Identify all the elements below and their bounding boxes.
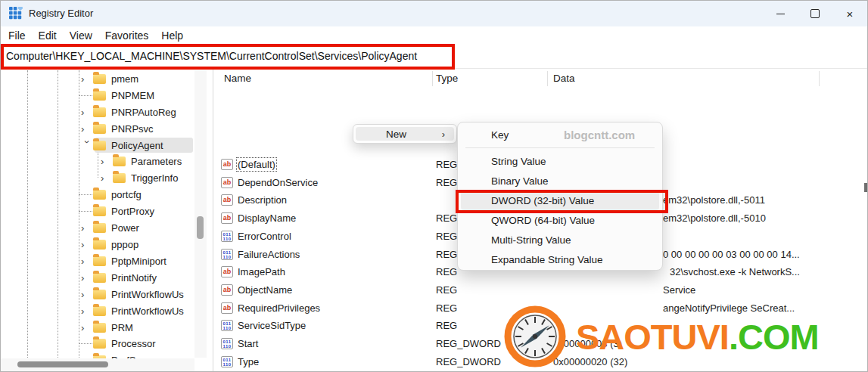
menu-item-new[interactable]: New: [356, 127, 454, 141]
tree-item-pnrpsvc[interactable]: PNRPsvc: [1, 120, 194, 137]
column-divider[interactable]: [819, 71, 820, 86]
watermark-text: blogcntt.com: [564, 129, 635, 141]
menu-view[interactable]: View: [70, 29, 92, 42]
site-logo: SAOTUVI.COM: [503, 305, 819, 368]
folder-icon: [93, 256, 106, 266]
folder-icon: [93, 273, 106, 283]
chevron-right-icon[interactable]: [81, 223, 93, 233]
address-annotation-box: [1, 44, 455, 70]
menu-separator: [465, 147, 655, 148]
dword-value-icon: [221, 356, 233, 367]
window-title: Registry Editor: [29, 8, 93, 19]
menu-item-expandable-string-value[interactable]: Expandable String Value: [461, 250, 659, 269]
folder-icon: [93, 124, 106, 134]
folder-icon: [93, 74, 106, 84]
string-value-icon: [221, 284, 233, 296]
submenu-arrow-icon: [442, 129, 445, 140]
chevron-right-icon[interactable]: [81, 124, 93, 134]
folder-icon: [113, 157, 126, 166]
chevron-right-icon[interactable]: [81, 290, 93, 299]
string-value-icon: [221, 266, 233, 277]
tree-item-printnotify[interactable]: PrintNotify: [1, 269, 194, 286]
key-tree-pane: pmem PNPMEM PNRPAutoReg PNRPsvc PolicyAg…: [1, 69, 213, 371]
tree-item-prm[interactable]: PRM: [1, 319, 194, 336]
close-icon: ×: [847, 8, 854, 20]
menu-bar: File Edit View Favorites Help: [1, 26, 867, 44]
folder-icon: [93, 240, 106, 250]
registry-app-icon: [9, 7, 23, 23]
tree-vertical-scrollbar[interactable]: [194, 70, 207, 358]
column-divider[interactable]: [432, 71, 433, 86]
tree-item-pnrpautoreg[interactable]: PNRPAutoReg: [1, 104, 194, 120]
maximize-icon: [810, 9, 820, 18]
chevron-right-icon[interactable]: [101, 157, 113, 166]
folder-icon: [93, 323, 106, 333]
string-value-icon: [221, 212, 233, 224]
string-value-icon: [221, 159, 233, 170]
folder-icon: [93, 290, 106, 299]
chevron-right-icon[interactable]: [101, 173, 113, 183]
column-divider[interactable]: [547, 71, 548, 86]
context-menu: New: [353, 124, 457, 144]
folder-icon: [113, 173, 126, 183]
logo-tld: .COM: [729, 317, 819, 357]
close-button[interactable]: ×: [832, 1, 867, 26]
tree-item-processor[interactable]: Processor: [1, 335, 194, 352]
tree-item-pmem[interactable]: pmem: [1, 70, 194, 87]
title-bar: Registry Editor ×: [1, 1, 867, 26]
tree-item-pppop[interactable]: pppop: [1, 236, 194, 253]
tree-item-printworkflow-2[interactable]: PrintWorkflowUs: [1, 302, 194, 319]
chevron-right-icon[interactable]: [81, 273, 93, 283]
menu-help[interactable]: Help: [161, 29, 183, 42]
string-value-icon: [221, 194, 233, 206]
minimize-icon: [776, 14, 785, 14]
chevron-down-icon[interactable]: [82, 140, 92, 152]
string-value-icon: [221, 177, 233, 188]
chevron-right-icon[interactable]: [81, 74, 93, 84]
tree-item-pnpmem[interactable]: PNPMEM: [1, 87, 194, 104]
folder-icon: [93, 141, 106, 150]
logo-name: SAOTUVI: [576, 317, 729, 357]
value-row-objectname[interactable]: ObjectNameREGService: [220, 281, 865, 299]
scrollbar-thumb[interactable]: [197, 216, 204, 239]
menu-favorites[interactable]: Favorites: [105, 29, 149, 42]
folder-icon: [93, 206, 106, 216]
menu-item-binary-value[interactable]: Binary Value: [461, 171, 659, 191]
tree-item-pptpminiport[interactable]: PptpMiniport: [1, 253, 194, 269]
maximize-button[interactable]: [798, 1, 832, 26]
tree-item-triggerinfo[interactable]: TriggerInfo: [1, 169, 194, 186]
folder-icon: [93, 339, 106, 349]
chevron-right-icon[interactable]: [81, 306, 93, 316]
folder-icon: [93, 91, 106, 101]
column-header-name[interactable]: Name: [224, 73, 251, 84]
column-header-data[interactable]: Data: [553, 73, 575, 84]
dword-value-icon: [221, 320, 233, 331]
chevron-right-icon[interactable]: [81, 240, 93, 250]
tree-item-parameters[interactable]: Parameters: [1, 153, 194, 169]
column-header-type[interactable]: Type: [436, 73, 458, 84]
dword-value-icon: [221, 231, 233, 242]
tree-item-portproxy[interactable]: PortProxy: [1, 203, 194, 219]
chevron-right-icon[interactable]: [81, 107, 93, 117]
menu-item-multistring-value[interactable]: Multi-String Value: [461, 230, 659, 250]
string-value-icon: [221, 302, 233, 314]
scrollbar-thumb[interactable]: [17, 361, 108, 367]
chevron-right-icon[interactable]: [81, 256, 93, 266]
chevron-right-icon[interactable]: [81, 323, 93, 333]
menu-edit[interactable]: Edit: [39, 29, 57, 42]
menu-file[interactable]: File: [8, 29, 26, 42]
right-scrollbar-thumb[interactable]: [864, 183, 867, 192]
minimize-button[interactable]: [763, 1, 798, 26]
tree-item-printworkflow-1[interactable]: PrintWorkflowUs: [1, 286, 194, 302]
dword-value-icon: [221, 249, 233, 260]
folder-icon: [93, 306, 106, 316]
registry-editor-window: Registry Editor × File Edit View Favorit…: [0, 0, 868, 372]
clock-logo-icon: [503, 305, 567, 368]
menu-item-string-value[interactable]: String Value: [461, 151, 659, 171]
tree-item-portcfg[interactable]: portcfg: [1, 186, 194, 203]
tree-horizontal-scrollbar[interactable]: [1, 358, 194, 371]
tree-item-policyagent[interactable]: PolicyAgent: [1, 137, 194, 153]
dword-annotation-box: [456, 190, 668, 213]
tree-item-power[interactable]: Power: [1, 219, 194, 236]
folder-icon: [93, 190, 106, 200]
